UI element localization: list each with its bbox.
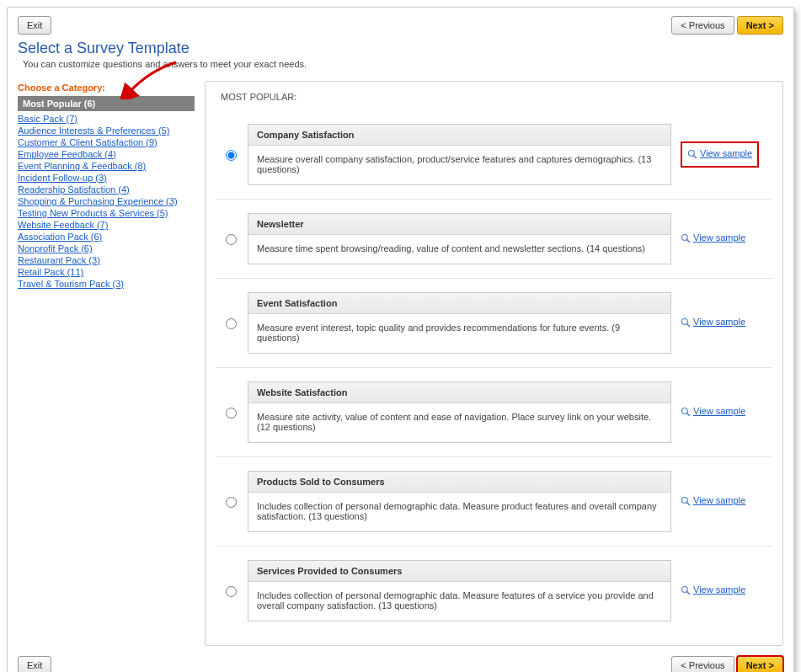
top-bar: Exit < Previous Next > [18,16,783,35]
magnify-icon [681,585,691,597]
template-description: Measure time spent browsing/reading, val… [248,235,670,264]
category-link[interactable]: Association Pack (6) [18,232,102,242]
template-radio[interactable] [226,318,237,329]
category-item: Customer & Client Satisfaction (9) [18,136,195,148]
svg-line-3 [687,239,690,242]
category-item: Nonprofit Pack (6) [18,243,195,254]
template-card: NewsletterMeasure time spent browsing/re… [248,213,671,264]
template-card-cell: Services Provided to ConsumersIncludes c… [244,547,680,636]
template-radio-cell [216,457,244,547]
view-sample-wrap: View sample [681,141,759,167]
view-sample-cell: View sample [680,547,772,636]
category-item: Readership Satisfaction (4) [18,184,195,195]
category-link[interactable]: Basic Pack (7) [18,114,77,124]
category-sidebar: Choose a Category: Most Popular (6) Basi… [18,81,195,290]
view-sample-cell: View sample [680,279,772,368]
template-card-cell: Website SatisfactionMeasure site activit… [244,368,680,457]
template-radio[interactable] [226,150,237,161]
category-link[interactable]: Travel & Tourism Pack (3) [18,279,124,289]
page-title: Select a Survey Template [18,40,783,57]
template-description: Measure overall company satisfaction, pr… [248,146,670,184]
magnify-icon [681,317,691,329]
previous-button[interactable]: < Previous [671,16,734,35]
next-button[interactable]: Next > [737,16,783,35]
category-item: Restaurant Pack (3) [18,254,195,266]
category-item: Basic Pack (7) [18,113,195,125]
magnify-icon [681,496,691,508]
template-card: Company SatisfactionMeasure overall comp… [248,124,671,185]
category-link[interactable]: Nonprofit Pack (6) [18,243,93,253]
category-link[interactable]: Employee Feedback (4) [18,149,116,159]
svg-line-9 [687,502,690,504]
template-row: Company SatisfactionMeasure overall comp… [216,110,772,200]
category-list: Basic Pack (7)Audience Interests & Prefe… [18,113,195,290]
category-item: Shopping & Purchasing Experience (3) [18,195,195,207]
view-sample-link[interactable]: View sample [693,495,745,505]
section-heading: MOST POPULAR: [216,92,772,102]
template-description: Includes collection of personal demograp… [248,582,670,621]
category-link[interactable]: Customer & Client Satisfaction (9) [18,137,158,147]
svg-line-1 [694,155,697,157]
previous-button-bottom[interactable]: < Previous [671,656,734,672]
template-radio-cell [216,110,244,200]
template-name: Website Satisfaction [248,382,670,403]
template-card-cell: NewsletterMeasure time spent browsing/re… [244,200,680,279]
view-sample-link[interactable]: View sample [693,406,745,416]
top-right-buttons: < Previous Next > [671,16,783,35]
category-link[interactable]: Event Planning & Feedback (8) [18,161,146,171]
template-row: Event SatisfactionMeasure event interest… [216,279,772,368]
exit-button[interactable]: Exit [18,16,51,35]
category-link[interactable]: Incident Follow-up (3) [18,173,107,183]
template-description: Measure event interest, topic quality an… [248,314,670,353]
view-sample-wrap: View sample [681,317,745,327]
category-link[interactable]: Audience Interests & Preferences (5) [18,125,169,136]
template-card-cell: Event SatisfactionMeasure event interest… [244,279,680,368]
template-radio[interactable] [226,234,237,245]
view-sample-cell: View sample [680,368,772,457]
category-item: Event Planning & Feedback (8) [18,160,195,172]
template-radio[interactable] [226,586,237,597]
category-link[interactable]: Shopping & Purchasing Experience (3) [18,196,178,206]
view-sample-link[interactable]: View sample [693,232,745,243]
template-card: Website SatisfactionMeasure site activit… [248,381,671,443]
view-sample-cell: View sample [680,200,772,279]
template-card: Event SatisfactionMeasure event interest… [248,292,671,354]
view-sample-link[interactable]: View sample [700,148,752,158]
template-radio[interactable] [226,408,237,419]
next-button-bottom[interactable]: Next > [737,656,783,672]
template-panel: MOST POPULAR: Company SatisfactionMeasur… [205,81,783,646]
template-name: Products Sold to Consumers [248,472,670,493]
category-item: Association Pack (6) [18,231,195,243]
template-row: NewsletterMeasure time spent browsing/re… [216,200,772,279]
category-item: Audience Interests & Preferences (5) [18,125,195,136]
template-table: Company SatisfactionMeasure overall comp… [216,110,772,635]
category-link[interactable]: Testing New Products & Services (5) [18,208,168,218]
choose-category-label: Choose a Category: [18,83,195,93]
template-row: Website SatisfactionMeasure site activit… [216,368,772,457]
svg-line-5 [687,323,690,326]
view-sample-wrap: View sample [681,406,745,416]
view-sample-cell: View sample [680,110,772,200]
category-selected[interactable]: Most Popular (6) [18,96,195,111]
exit-button-bottom[interactable]: Exit [18,656,51,672]
category-link[interactable]: Retail Pack (11) [18,267,83,277]
template-radio[interactable] [226,497,237,508]
template-name: Event Satisfaction [248,293,670,314]
category-link[interactable]: Restaurant Pack (3) [18,255,100,265]
page-container: Exit < Previous Next > Select a Survey T… [7,7,794,672]
category-item: Incident Follow-up (3) [18,172,195,184]
template-radio-cell [216,279,244,368]
view-sample-link[interactable]: View sample [693,584,745,595]
svg-line-7 [687,413,690,415]
template-name: Company Satisfaction [248,125,670,146]
view-sample-wrap: View sample [681,495,745,505]
view-sample-link[interactable]: View sample [693,317,745,327]
template-name: Services Provided to Consumers [248,561,670,582]
template-row: Products Sold to ConsumersIncludes colle… [216,457,772,547]
category-link[interactable]: Website Feedback (7) [18,220,108,230]
category-link[interactable]: Readership Satisfaction (4) [18,184,130,195]
view-sample-wrap: View sample [681,232,745,243]
template-row: Services Provided to ConsumersIncludes c… [216,547,772,636]
view-sample-cell: View sample [680,457,772,547]
template-card-cell: Company SatisfactionMeasure overall comp… [244,110,680,200]
